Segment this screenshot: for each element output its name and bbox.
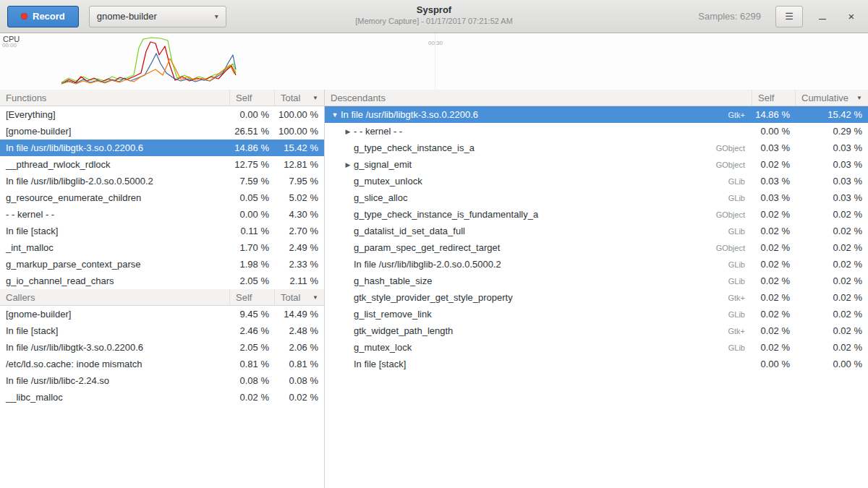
table-row[interactable]: g_markup_parse_context_parse1.98 %2.33 %: [0, 256, 324, 273]
tree-row[interactable]: g_list_remove_linkGLib0.02 %0.02 %: [325, 306, 868, 322]
table-row[interactable]: [gnome-builder]26.51 %100.00 %: [0, 123, 324, 140]
self-value: 0.02 %: [230, 392, 275, 403]
descendants-header: Descendants Self Cumulative ▼: [325, 90, 868, 106]
descendant-name-cell: g_type_check_instance_is_fundamentally_a…: [325, 209, 752, 220]
descendants-column-header[interactable]: Descendants: [325, 90, 752, 106]
descendant-name: g_type_check_instance_is_a: [354, 142, 475, 153]
table-row[interactable]: In file /usr/lib/libglib-2.0.so.0.5000.2…: [0, 173, 324, 189]
total-value: 0.08 %: [275, 375, 324, 386]
functions-column-header[interactable]: Functions: [0, 90, 230, 106]
function-name: g_io_channel_read_chars: [0, 275, 230, 286]
table-row[interactable]: __pthread_rwlock_rdlock12.75 %12.81 %: [0, 156, 324, 173]
self-value: 0.02 %: [752, 342, 796, 353]
cumulative-value: 0.03 %: [796, 142, 868, 153]
expander-closed-icon[interactable]: ▶: [342, 161, 354, 168]
callers-column-header[interactable]: Callers: [0, 289, 230, 305]
samples-count: Samples: 6299: [698, 11, 761, 22]
descendant-name: g_datalist_id_set_data_full: [354, 226, 465, 236]
function-name: In file /usr/lib/libglib-2.0.so.0.5000.2: [0, 176, 230, 187]
tree-row[interactable]: g_mutex_lockGLib0.02 %0.02 %: [325, 339, 868, 356]
descendants-cumulative-column-header[interactable]: Cumulative ▼: [796, 90, 868, 106]
callers-header: Callers Self Total ▼: [0, 289, 324, 306]
cumulative-value: 15.42 %: [796, 109, 868, 120]
library-badge: GLib: [728, 177, 752, 186]
tree-row[interactable]: ▶- - kernel - -0.00 %0.29 %: [325, 123, 868, 140]
library-badge: GLib: [728, 343, 752, 352]
cumulative-value: 0.00 %: [796, 359, 868, 369]
library-badge: GObject: [716, 210, 752, 219]
self-value: 0.03 %: [752, 142, 796, 153]
library-badge: Gtk+: [728, 294, 752, 302]
table-row[interactable]: _int_malloc1.70 %2.49 %: [0, 239, 324, 256]
library-badge: GLib: [728, 260, 752, 269]
library-badge: GLib: [728, 227, 752, 236]
sort-arrow-icon: ▼: [856, 95, 862, 101]
tree-row[interactable]: In file [stack]0.00 %0.00 %: [325, 356, 868, 372]
tree-row[interactable]: g_slice_allocGLib0.03 %0.03 %: [325, 189, 868, 206]
descendant-name-cell: ▶- - kernel - -: [325, 126, 752, 137]
tree-row[interactable]: g_type_check_instance_is_aGObject0.03 %0…: [325, 140, 868, 156]
tree-row[interactable]: g_mutex_unlockGLib0.03 %0.03 %: [325, 173, 868, 189]
table-row[interactable]: /etc/ld.so.cache: inode mismatch0.81 %0.…: [0, 356, 324, 372]
self-value: 0.03 %: [752, 176, 796, 187]
library-badge: GLib: [728, 277, 752, 286]
self-value: 1.98 %: [230, 259, 275, 270]
table-row[interactable]: g_resource_enumerate_children0.05 %5.02 …: [0, 189, 324, 206]
expander-open-icon[interactable]: ▼: [329, 111, 341, 119]
table-row[interactable]: - - kernel - -0.00 %4.30 %: [0, 206, 324, 223]
total-value: 0.02 %: [275, 392, 324, 403]
cumulative-value: 0.29 %: [796, 126, 868, 137]
tree-row[interactable]: g_param_spec_get_redirect_targetGObject0…: [325, 239, 868, 256]
menu-button[interactable]: ☰: [775, 6, 803, 27]
tree-row[interactable]: g_datalist_id_set_data_fullGLib0.02 %0.0…: [325, 223, 868, 239]
record-button[interactable]: Record: [7, 6, 79, 27]
tree-row[interactable]: gtk_widget_path_lengthGtk+0.02 %0.02 %: [325, 322, 868, 339]
process-selector-dropdown[interactable]: gnome-builder ▾: [89, 6, 226, 27]
self-value: 14.86 %: [752, 109, 796, 120]
function-name: /etc/ld.so.cache: inode mismatch: [0, 359, 230, 369]
table-row[interactable]: In file /usr/lib/libgtk-3.so.0.2200.614.…: [0, 140, 324, 156]
tree-row[interactable]: g_hash_table_sizeGLib0.02 %0.02 %: [325, 273, 868, 289]
descendant-name-cell: g_datalist_id_set_data_fullGLib: [325, 226, 752, 236]
cumulative-value: 0.03 %: [796, 159, 868, 170]
function-name: __pthread_rwlock_rdlock: [0, 159, 230, 170]
table-row[interactable]: __libc_malloc0.02 %0.02 %: [0, 389, 324, 406]
tree-row[interactable]: g_type_check_instance_is_fundamentally_a…: [325, 206, 868, 223]
descendant-name-cell: g_param_spec_get_redirect_targetGObject: [325, 242, 752, 253]
self-value: 2.05 %: [230, 275, 275, 286]
minimize-button[interactable]: [813, 7, 832, 26]
function-name: In file [stack]: [0, 226, 230, 236]
self-value: 2.46 %: [230, 325, 275, 336]
library-badge: GObject: [716, 244, 752, 252]
cpu-usage-graph[interactable]: CPU 00:00 00:30: [0, 33, 868, 90]
tree-row[interactable]: ▶g_signal_emitGObject0.02 %0.03 %: [325, 156, 868, 173]
expander-closed-icon[interactable]: ▶: [342, 128, 354, 135]
descendant-name-cell: g_list_remove_linkGLib: [325, 309, 752, 320]
descendant-name-cell: In file /usr/lib/libglib-2.0.so.0.5000.2…: [325, 259, 752, 270]
functions-self-column-header[interactable]: Self: [230, 90, 275, 106]
total-value: 2.49 %: [275, 242, 324, 253]
table-row[interactable]: [Everything]0.00 %100.00 %: [0, 106, 324, 123]
tree-row[interactable]: ▼In file /usr/lib/libgtk-3.so.0.2200.6Gt…: [325, 106, 868, 123]
library-badge: GObject: [716, 144, 752, 153]
table-row[interactable]: In file [stack]2.46 %2.48 %: [0, 322, 324, 339]
total-value: 2.33 %: [275, 259, 324, 270]
table-row[interactable]: [gnome-builder]9.45 %14.49 %: [0, 306, 324, 322]
self-value: 0.02 %: [752, 309, 796, 320]
descendants-self-column-header[interactable]: Self: [752, 90, 796, 106]
function-name: [gnome-builder]: [0, 309, 230, 320]
table-row[interactable]: In file /usr/lib/libgtk-3.so.0.2200.62.0…: [0, 339, 324, 356]
callers-total-column-header[interactable]: Total ▼: [275, 289, 324, 305]
table-row[interactable]: g_io_channel_read_chars2.05 %2.11 %: [0, 273, 324, 289]
library-badge: Gtk+: [728, 327, 752, 335]
self-value: 7.59 %: [230, 176, 275, 187]
total-value: 14.49 %: [275, 309, 324, 320]
tree-row[interactable]: In file /usr/lib/libglib-2.0.so.0.5000.2…: [325, 256, 868, 273]
table-row[interactable]: In file [stack]0.11 %2.70 %: [0, 223, 324, 239]
callers-self-column-header[interactable]: Self: [230, 289, 275, 305]
tree-row[interactable]: gtk_style_provider_get_style_propertyGtk…: [325, 289, 868, 306]
self-value: 0.00 %: [752, 359, 796, 369]
close-button[interactable]: ×: [842, 7, 861, 26]
functions-total-column-header[interactable]: Total ▼: [275, 90, 324, 106]
table-row[interactable]: In file /usr/lib/libc-2.24.so0.08 %0.08 …: [0, 372, 324, 389]
